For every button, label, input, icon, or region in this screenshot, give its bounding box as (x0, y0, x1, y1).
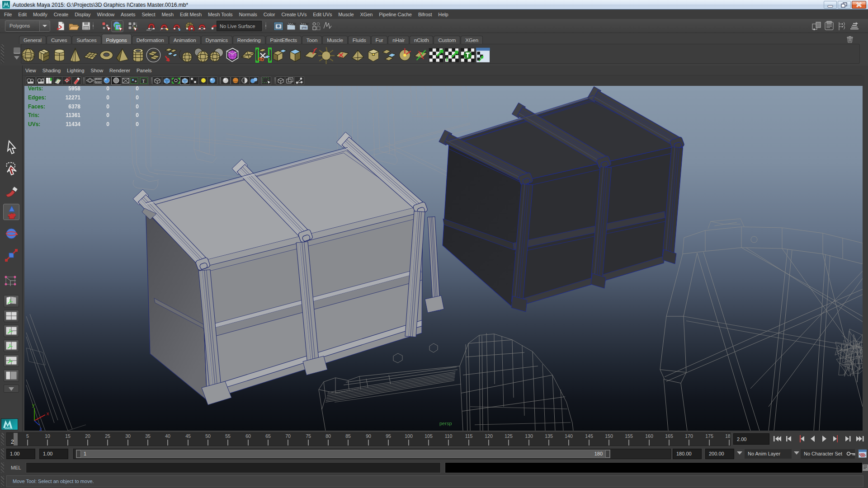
svg-text:Verts:: Verts: (28, 86, 43, 92)
svg-text:z: z (39, 426, 42, 431)
svg-text:Faces:: Faces: (28, 103, 45, 110)
svg-text:6378: 6378 (68, 103, 80, 110)
svg-text:0: 0 (106, 86, 109, 92)
svg-text:12271: 12271 (66, 94, 81, 101)
svg-text:0: 0 (136, 121, 139, 127)
svg-text:0: 0 (106, 112, 109, 118)
svg-text:UVs:: UVs: (28, 121, 40, 127)
svg-text:0: 0 (136, 86, 139, 92)
svg-text:IPR: IPR (302, 26, 307, 29)
svg-text:0: 0 (136, 103, 139, 110)
svg-text:0: 0 (106, 103, 109, 110)
svg-text:Tris:: Tris: (28, 112, 39, 118)
svg-text:11434: 11434 (66, 121, 80, 127)
svg-text:x: x (47, 411, 49, 416)
svg-text:0: 0 (136, 112, 139, 118)
svg-text:persp: persp (439, 421, 452, 426)
svg-text:Edges:: Edges: (28, 94, 46, 101)
svg-text:11361: 11361 (66, 112, 80, 118)
svg-text:5958: 5958 (68, 86, 80, 92)
svg-text:0: 0 (136, 94, 139, 101)
svg-text:y: y (32, 402, 35, 408)
svg-text:T: T (142, 78, 145, 84)
svg-text:MAYA: MAYA (5, 427, 13, 430)
svg-text:0: 0 (106, 94, 109, 101)
svg-text:0: 0 (106, 121, 109, 127)
